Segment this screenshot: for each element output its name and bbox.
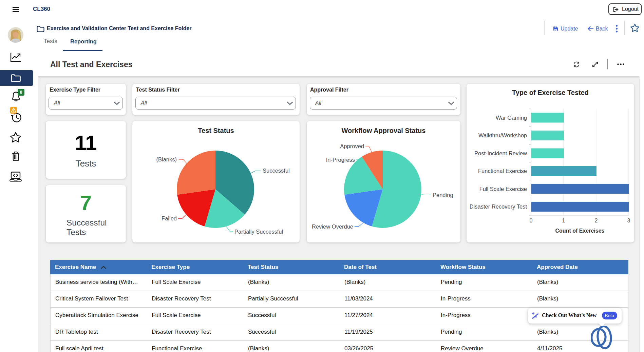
svg-text:Partially Successful: Partially Successful [234, 229, 283, 235]
svg-text:Full Scale Exercise: Full Scale Exercise [479, 186, 527, 192]
svg-text:Disaster Recovery Test: Disaster Recovery Test [470, 203, 527, 210]
svg-text:In-Progress: In-Progress [326, 157, 355, 163]
svg-text:3: 3 [627, 218, 630, 223]
svg-text:Approved: Approved [340, 143, 364, 149]
svg-text:Failed: Failed [162, 215, 177, 221]
svg-text:Functional Exercise: Functional Exercise [478, 168, 527, 174]
svg-text:(Blanks): (Blanks) [156, 156, 177, 162]
svg-text:Successful: Successful [263, 168, 290, 174]
svg-text:0: 0 [530, 218, 533, 223]
svg-text:Post-Incident Review: Post-Incident Review [474, 150, 527, 156]
svg-text:Pending: Pending [433, 192, 453, 198]
svg-text:Review Overdue: Review Overdue [312, 223, 353, 230]
svg-text:2: 2 [595, 218, 598, 223]
svg-text:Walkthru/Workshop: Walkthru/Workshop [478, 132, 527, 138]
svg-text:Count of Exercises: Count of Exercises [555, 228, 605, 234]
svg-text:1: 1 [562, 218, 565, 223]
svg-text:War Gaming: War Gaming [496, 115, 527, 121]
